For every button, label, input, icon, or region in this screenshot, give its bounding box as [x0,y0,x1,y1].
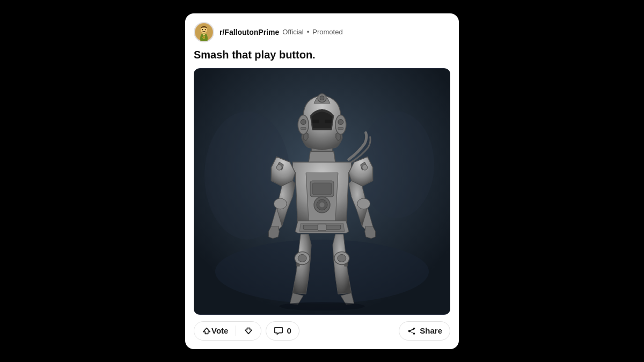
post-card: 111 r/FalloutonPrime Official • Promoted… [185,13,459,349]
subreddit-name[interactable]: r/FalloutonPrime [219,28,279,36]
post-header: 111 r/FalloutonPrime Official • Promoted [194,22,450,42]
avatar-icon: 111 [195,24,213,41]
svg-point-3 [205,28,206,29]
upvote-icon [202,326,211,336]
downvote-icon [244,326,253,336]
svg-point-27 [301,119,306,124]
svg-rect-32 [318,224,326,230]
downvote-button[interactable] [236,322,261,340]
share-icon [407,326,416,336]
svg-point-19 [276,165,282,170]
comment-count: 0 [287,326,291,335]
action-bar: Vote 0 Share [194,321,450,341]
svg-rect-29 [301,127,306,129]
share-button[interactable]: Share [399,321,450,341]
svg-point-21 [274,198,287,209]
share-label: Share [420,326,442,335]
promoted-label: Promoted [312,28,342,36]
svg-rect-15 [312,183,332,195]
svg-point-24 [320,95,324,100]
vote-group: Vote [194,321,261,341]
svg-point-33 [279,302,364,311]
comment-icon [274,326,283,336]
svg-point-12 [298,254,306,262]
post-image[interactable] [194,68,450,315]
upvote-button[interactable]: Vote [194,322,236,340]
post-title: Smash that play button. [194,48,450,62]
avatar[interactable]: 111 [194,22,214,42]
svg-point-2 [202,28,203,29]
fallout-armor-image [194,68,450,315]
vote-label: Vote [211,326,228,335]
svg-point-13 [338,254,346,262]
svg-text:111: 111 [202,36,206,38]
svg-point-28 [338,119,343,124]
separator: • [307,28,310,36]
svg-rect-30 [338,127,343,129]
svg-point-20 [362,165,368,170]
official-badge: Official [282,28,304,36]
comment-button[interactable]: 0 [266,321,299,341]
post-meta: r/FalloutonPrime Official • Promoted [219,28,343,36]
svg-point-22 [357,198,370,209]
svg-point-7 [215,239,429,304]
svg-point-18 [319,202,325,207]
